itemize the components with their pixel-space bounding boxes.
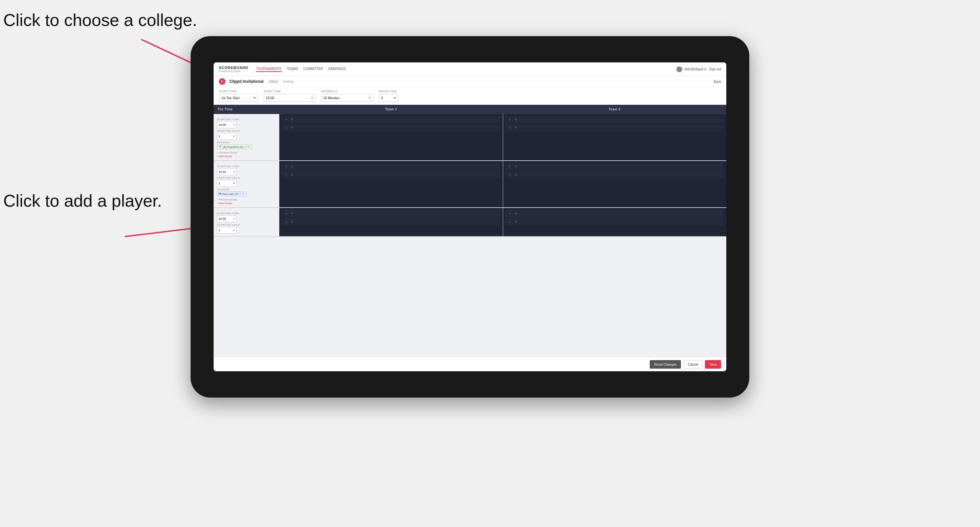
starting-time-label-3: STARTING TIME: <box>217 212 276 215</box>
player-x-btn-2a[interactable]: × <box>284 165 288 168</box>
team2-player-controls-1a: × ✎ <box>508 118 518 121</box>
team2-player-row-1a[interactable]: × ✎ <box>506 116 724 123</box>
nav-link-rankings[interactable]: RANKINGS <box>328 67 345 72</box>
team2-player-controls-1b: × ✎ <box>508 126 518 129</box>
group-right-1: × ✎ × ✎ <box>279 114 726 160</box>
nav-right: blair@clippd.io Sign out <box>676 67 721 72</box>
team2-player-edit-btn-1a[interactable]: ✎ <box>514 118 518 121</box>
course-tag-edit-1[interactable]: ✎ <box>247 145 250 149</box>
starting-hole-select-2[interactable]: 1 <box>217 180 237 187</box>
course-tag-text-2: East Lake GC <box>222 192 239 195</box>
group-row-1: STARTING TIME: ⏱ STARTING HOLE: 1 COURSE… <box>214 114 726 161</box>
team2-player-row-2b[interactable]: × ✎ <box>506 171 724 178</box>
add-group-link-1[interactable]: + Add Group <box>217 155 276 158</box>
team1-cell-2: × ✎ × ✎ <box>279 161 503 207</box>
back-button[interactable]: Back <box>714 80 721 83</box>
player-edit-btn-1b[interactable]: ✎ <box>290 126 294 129</box>
team1-player-row-1b[interactable]: × ✎ <box>282 124 500 132</box>
team1-player-row-1a[interactable]: × ✎ <box>282 116 500 123</box>
team2-player-edit-btn-2a[interactable]: ✎ <box>514 165 518 168</box>
starting-hole-label-2: STARTING HOLE: <box>217 176 276 179</box>
course-tag-icon-2: 🗺 <box>218 192 221 195</box>
reset-changes-button[interactable]: Reset Changes <box>650 360 681 369</box>
sign-out-link[interactable]: Sign out <box>709 67 721 71</box>
course-tag-1[interactable]: 📍 (A) Peachtree GC × ✎ <box>217 144 252 149</box>
annotation-player: Click to add a player. <box>3 190 162 211</box>
player-controls-3a: × ✎ <box>284 212 294 215</box>
course-tag-icon-1: 📍 <box>218 146 222 149</box>
player-x-btn-1a[interactable]: × <box>284 118 288 121</box>
team1-cell-3: × ✎ × ✎ <box>279 208 503 236</box>
team2-player-x-btn-1a[interactable]: × <box>508 118 512 121</box>
annotation-player-text: Click to add a player. <box>3 191 162 210</box>
player-edit-btn-2a[interactable]: ✎ <box>290 165 294 168</box>
team2-cell-3: × ✎ × ✎ <box>503 208 727 236</box>
save-button[interactable]: Save <box>705 360 721 369</box>
team2-player-controls-2a: × ✎ <box>508 165 518 168</box>
starting-time-input-wrapper-2: ⏱ <box>217 168 237 175</box>
remove-group-link-2[interactable]: ○ Remove Group <box>217 198 276 201</box>
player-x-btn-1b[interactable]: × <box>284 126 288 129</box>
course-tag-2[interactable]: 🗺 East Lake GC × ✎ <box>217 192 247 196</box>
team2-player-row-3b[interactable]: × ✎ <box>506 218 724 225</box>
col-team1: Team 1 <box>279 105 503 114</box>
course-tag-remove-1[interactable]: × <box>245 145 247 149</box>
add-group-link-2[interactable]: + Add Group <box>217 202 276 205</box>
course-tag-edit-2[interactable]: ✎ <box>242 192 245 195</box>
course-label-2: COURSE: <box>217 188 276 191</box>
player-edit-btn-2b[interactable]: ✎ <box>290 173 294 176</box>
main-content: Tee Time Team 1 Team 2 STARTING TIME: ⏱ … <box>214 105 726 357</box>
team2-player-x-btn-3b[interactable]: × <box>508 220 512 224</box>
start-time-input[interactable] <box>264 94 316 102</box>
remove-group-link-1[interactable]: ○ Remove Group <box>217 151 276 154</box>
cancel-button[interactable]: Cancel <box>684 360 702 369</box>
nav-link-committee[interactable]: COMMITTEE <box>303 67 323 72</box>
player-controls-2b: × ✎ <box>284 173 294 176</box>
team2-player-controls-3b: × ✎ <box>508 220 518 224</box>
nav-link-teams[interactable]: TEAMS <box>287 67 298 72</box>
group-left-3: STARTING TIME: ⏱ STARTING HOLE: 1 <box>214 208 279 236</box>
player-x-btn-2b[interactable]: × <box>284 173 288 176</box>
team1-player-row-3b[interactable]: × ✎ <box>282 218 500 225</box>
start-type-select[interactable]: 1st Tee Start <box>219 94 258 102</box>
team2-player-edit-btn-3b[interactable]: ✎ <box>514 220 518 224</box>
starting-hole-select-3[interactable]: 1 <box>217 227 237 233</box>
team2-player-x-btn-2a[interactable]: × <box>508 165 512 168</box>
start-time-group: Start Time ⏱ <box>264 90 316 102</box>
player-edit-btn-3a[interactable]: ✎ <box>290 212 294 215</box>
nav-links: TOURNAMENTS TEAMS COMMITTEE RANKINGS <box>256 67 676 72</box>
clock-icon: ⏱ <box>310 96 314 100</box>
player-edit-btn-1a[interactable]: ✎ <box>290 118 294 121</box>
team2-player-x-btn-2b[interactable]: × <box>508 173 512 176</box>
player-x-btn-3a[interactable]: × <box>284 212 288 215</box>
team2-player-row-1b[interactable]: × ✎ <box>506 124 724 132</box>
starting-hole-select-1[interactable]: 1 <box>217 133 237 140</box>
group-right-3: × ✎ × ✎ <box>279 208 726 236</box>
intervals-input[interactable] <box>321 94 373 102</box>
team2-player-edit-btn-2b[interactable]: ✎ <box>514 173 518 176</box>
team2-player-edit-btn-3a[interactable]: ✎ <box>514 212 518 215</box>
player-controls-1a: × ✎ <box>284 118 294 121</box>
starting-hole-row-2: 1 <box>217 180 276 187</box>
team1-player-row-3a[interactable]: × ✎ <box>282 210 500 217</box>
group-size-select[interactable]: 3 <box>379 94 398 102</box>
player-edit-btn-3b[interactable]: ✎ <box>290 220 294 224</box>
tournament-title: Clippd Invitational <box>229 79 264 84</box>
team2-player-x-btn-3a[interactable]: × <box>508 212 512 215</box>
player-controls-3b: × ✎ <box>284 220 294 224</box>
team1-player-row-2a[interactable]: × ✎ <box>282 163 500 170</box>
controls-row: Start Type 1st Tee Start Start Time ⏱ In… <box>214 87 726 105</box>
team1-player-row-2b[interactable]: × ✎ <box>282 171 500 178</box>
starting-time-row-1: ⏱ <box>217 122 276 128</box>
remove-icon-2: ○ <box>217 198 218 201</box>
team2-player-x-btn-1b[interactable]: × <box>508 126 512 129</box>
team2-player-edit-btn-1b[interactable]: ✎ <box>514 126 518 129</box>
nav-link-tournaments[interactable]: TOURNAMENTS <box>256 67 281 72</box>
start-time-input-wrapper: ⏱ <box>264 94 316 102</box>
start-type-label: Start Type <box>219 90 258 93</box>
course-tag-remove-2[interactable]: × <box>240 192 241 195</box>
team2-player-row-3a[interactable]: × ✎ <box>506 210 724 217</box>
team1-cell-1: × ✎ × ✎ <box>279 114 503 160</box>
team2-player-row-2a[interactable]: × ✎ <box>506 163 724 170</box>
player-x-btn-3b[interactable]: × <box>284 220 288 224</box>
